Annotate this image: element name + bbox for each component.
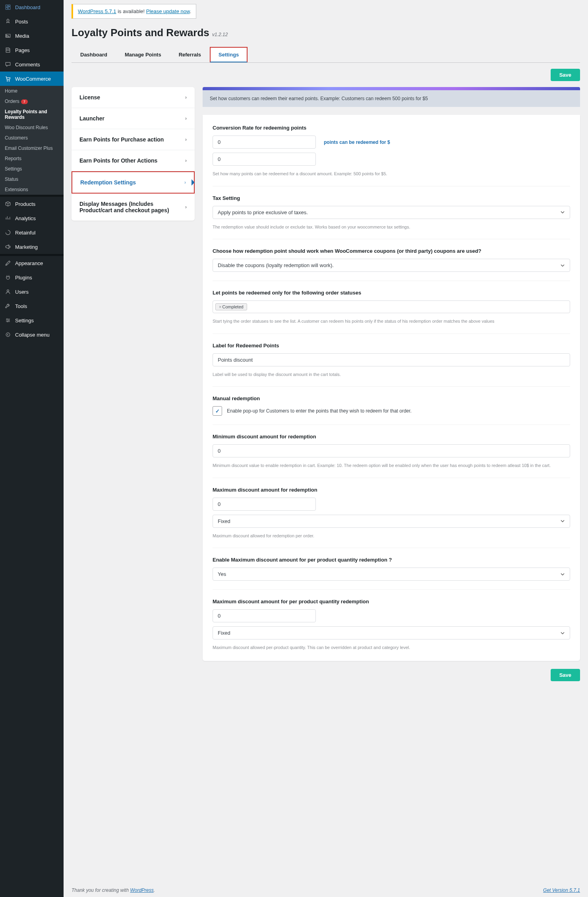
- min-discount-help: Minimum discount value to enable redempt…: [213, 462, 570, 469]
- save-button-top[interactable]: Save: [551, 69, 580, 81]
- accordion-display-messages-includes-product-cart-and-checkout-pages[interactable]: Display Messages (Includes Product/cart …: [72, 194, 195, 221]
- footer-credit: Thank you for creating with WordPress.: [72, 887, 155, 893]
- pages-icon: [4, 46, 12, 54]
- sidebar-item-marketing[interactable]: Marketing: [0, 240, 64, 254]
- coupons-select[interactable]: Disable the coupons (loyalty redemption …: [213, 259, 570, 272]
- max-pp-input[interactable]: [213, 609, 316, 622]
- sidebar-item-analytics[interactable]: Analytics: [0, 211, 64, 225]
- chevron-right-icon: ›: [185, 158, 187, 163]
- redeem-label-help: Label will be used to display the discou…: [213, 371, 570, 378]
- sidebar-item-products[interactable]: Products: [0, 197, 64, 211]
- tab-manage-points[interactable]: Manage Points: [116, 47, 170, 62]
- mega-icon: [4, 243, 12, 251]
- sidebar-sub-extensions[interactable]: Extensions: [0, 184, 64, 195]
- sidebar-item-retainful[interactable]: Retainful: [0, 225, 64, 240]
- max-pp-type-select[interactable]: Fixed: [213, 626, 570, 639]
- sidebar-item-tools[interactable]: Tools: [0, 299, 64, 313]
- tab-dashboard[interactable]: Dashboard: [72, 47, 116, 62]
- sidebar-sub-customers[interactable]: Customers: [0, 133, 64, 143]
- accordion-redemption-settings[interactable]: Redemption Settings›: [72, 171, 195, 194]
- statuses-help: Start tying the order statuses to see th…: [213, 318, 570, 325]
- tax-setting-label: Tax Setting: [213, 195, 570, 201]
- sidebar-item-dashboard[interactable]: Dashboard: [0, 0, 64, 14]
- max-discount-help: Maximum discount allowed for redemption …: [213, 533, 570, 539]
- min-discount-label: Minimum discount amount for redemption: [213, 434, 570, 440]
- sidebar-item-media[interactable]: Media: [0, 29, 64, 43]
- user-icon: [4, 288, 12, 296]
- redeem-label-input[interactable]: [213, 353, 570, 366]
- sidebar-sub-home[interactable]: Home: [0, 86, 64, 96]
- gradient-bar: [203, 87, 580, 90]
- chevron-right-icon: ›: [185, 204, 187, 210]
- settings-card: Conversion Rate for redeeming points poi…: [203, 115, 580, 661]
- status-tag[interactable]: ×Completed: [215, 303, 247, 310]
- tab-referrals[interactable]: Referrals: [170, 47, 210, 62]
- conversion-amount-input[interactable]: [213, 153, 316, 166]
- version-label: v1.2.12: [212, 32, 228, 37]
- save-button-bottom[interactable]: Save: [551, 669, 580, 681]
- redeem-label-label: Label for Redeemed Points: [213, 343, 570, 349]
- manual-redemption-checkbox[interactable]: ✓: [213, 406, 222, 416]
- update-notice: WordPress 5.7.1 is available! Please upd…: [72, 4, 196, 19]
- box-icon: [4, 200, 12, 208]
- sidebar-sub-email-customizer-plus[interactable]: Email Customizer Plus: [0, 143, 64, 153]
- statuses-input[interactable]: ×Completed: [213, 300, 570, 313]
- sidebar-item-comments[interactable]: Comments: [0, 57, 64, 72]
- sidebar-item-appearance[interactable]: Appearance: [0, 256, 64, 270]
- plug-icon: [4, 273, 12, 281]
- sidebar-item-woocommerce[interactable]: WooCommerce: [0, 72, 64, 86]
- accordion-license[interactable]: License›: [72, 87, 195, 108]
- enable-max-pp-select[interactable]: Yes: [213, 568, 570, 581]
- update-now-link[interactable]: Please update now: [146, 8, 190, 14]
- tab-settings[interactable]: Settings: [210, 47, 248, 62]
- max-discount-input[interactable]: [213, 498, 316, 511]
- page-title: Loyalty Points and Rewards v1.2.12: [72, 27, 580, 39]
- remove-tag-icon[interactable]: ×: [219, 304, 221, 309]
- chevron-right-icon: ›: [184, 180, 186, 185]
- sidebar-item-plugins[interactable]: Plugins: [0, 270, 64, 285]
- sidebar-sub-settings[interactable]: Settings: [0, 164, 64, 174]
- wordpress-link[interactable]: WordPress: [130, 887, 153, 893]
- main-tabs: DashboardManage PointsReferralsSettings: [72, 47, 580, 63]
- brush-icon: [4, 259, 12, 267]
- chevron-right-icon: ›: [185, 95, 187, 100]
- wrench-icon: [4, 302, 12, 310]
- get-version-link[interactable]: Get Version 5.7.1: [543, 887, 580, 893]
- settings-accordion: License›Launcher›Earn Points for Purchas…: [72, 87, 195, 221]
- min-discount-input[interactable]: [213, 444, 570, 457]
- sidebar-sub-status[interactable]: Status: [0, 174, 64, 184]
- sidebar-sub-loyalty-points-and-rewards[interactable]: Loyalty Points and Rewards: [0, 107, 64, 122]
- sidebar-sub-reports[interactable]: Reports: [0, 153, 64, 164]
- sidebar-item-settings[interactable]: Settings: [0, 313, 64, 327]
- pin-icon: [4, 17, 12, 25]
- conversion-rate-label: Conversion Rate for redeeming points: [213, 125, 570, 131]
- sidebar-sub-orders[interactable]: Orders7: [0, 96, 64, 107]
- max-pp-label: Maximum discount amount for per product …: [213, 599, 570, 604]
- main-content: WordPress 5.7.1 is available! Please upd…: [64, 0, 588, 897]
- sliders-icon: [4, 316, 12, 324]
- analytics-icon: [4, 214, 12, 222]
- statuses-label: Let points be redeemed only for the foll…: [213, 290, 570, 296]
- max-discount-type-select[interactable]: Fixed: [213, 515, 570, 528]
- sidebar-item-pages[interactable]: Pages: [0, 43, 64, 57]
- accordion-earn-points-for-other-actions[interactable]: Earn Points for Other Actions›: [72, 150, 195, 171]
- retain-icon: [4, 229, 12, 236]
- conversion-points-input[interactable]: [213, 136, 316, 149]
- sidebar-sub-woo-discount-rules[interactable]: Woo Discount Rules: [0, 122, 64, 133]
- tax-setting-select[interactable]: Apply points to price exclusive of taxes…: [213, 206, 570, 219]
- conversion-note: points can be redeemed for $: [324, 139, 390, 145]
- cart-icon: [4, 75, 12, 83]
- sidebar-item-collapse-menu[interactable]: Collapse menu: [0, 327, 64, 342]
- sidebar-item-users[interactable]: Users: [0, 285, 64, 299]
- sidebar-item-posts[interactable]: Posts: [0, 14, 64, 29]
- collapse-icon: [4, 331, 12, 339]
- max-pp-help: Maximum discount allowed per-product qua…: [213, 644, 570, 651]
- coupons-label: Choose how redemption point should work …: [213, 248, 570, 254]
- accordion-launcher[interactable]: Launcher›: [72, 108, 195, 129]
- chevron-right-icon: ›: [185, 116, 187, 121]
- conversion-help: Set how many points can be redeemed for …: [213, 170, 570, 177]
- comment-icon: [4, 60, 12, 68]
- admin-sidebar: DashboardPostsMediaPagesCommentsWooComme…: [0, 0, 64, 897]
- accordion-earn-points-for-purchase-action[interactable]: Earn Points for Purchase action›: [72, 129, 195, 150]
- wp-version-link[interactable]: WordPress 5.7.1: [78, 8, 116, 14]
